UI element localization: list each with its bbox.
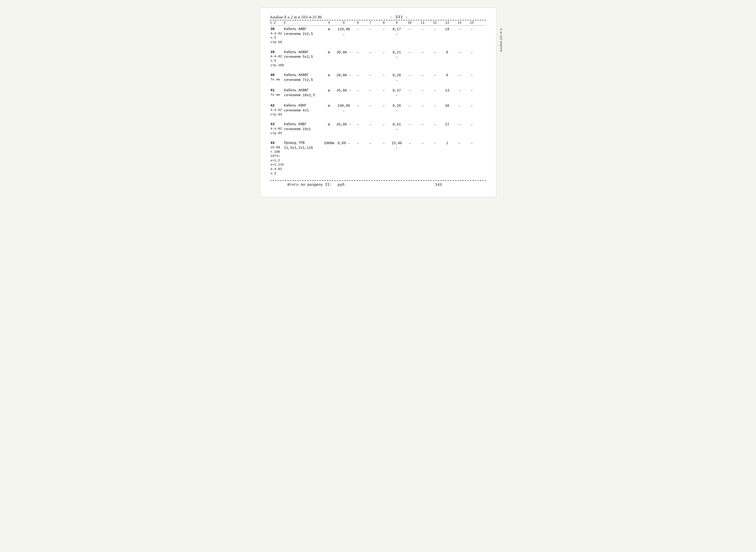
- cell-col5: 240,00 –: [335, 103, 352, 117]
- cell-id-ref: 434-4-82стр.93: [270, 122, 284, 136]
- cell-col15: –: [466, 103, 478, 117]
- cell-col6: –: [352, 122, 363, 136]
- cell-col12: –: [429, 122, 441, 136]
- cell-col7: –: [363, 122, 377, 136]
- col-header-12: 12: [429, 21, 441, 25]
- cell-col8: –: [377, 140, 391, 176]
- cell-col11: –: [417, 88, 429, 98]
- cell-col11: –: [417, 122, 429, 136]
- cell-col11: –: [417, 140, 429, 176]
- total-label: Итого по разделу II:: [288, 183, 332, 187]
- cell-col12: –: [429, 140, 441, 176]
- cell-col6: –: [352, 140, 363, 176]
- cell-col15: –: [466, 140, 478, 176]
- cell-col12: –: [429, 27, 441, 45]
- cell-id-ref: 41То же: [270, 88, 284, 98]
- cell-description: Кабель АКВВГсечением 10х2,5: [284, 88, 323, 98]
- page-number: - 331 -: [390, 15, 408, 19]
- cell-col9: 0,20 –: [391, 103, 403, 117]
- table-row: 40То жеКабель АКВВГсечением 7х2,5м20,00 …: [270, 73, 486, 83]
- cell-col9: 15,40 –: [391, 140, 403, 176]
- col-header-3: 3: [284, 21, 323, 25]
- col-header-15: 15: [466, 21, 478, 25]
- cell-col10: –: [403, 140, 417, 176]
- column-headers: 1 2 3 4 5 6 7 8 9 10 11 12 13 14 15: [270, 21, 486, 26]
- cell-col14: –: [453, 122, 466, 136]
- cell-col12: –: [429, 88, 441, 98]
- cell-col10: –: [403, 88, 417, 98]
- sidebar-label: Альбом (Х) т.п.: [499, 27, 503, 52]
- cell-col13: 6: [441, 50, 453, 68]
- cell-unit: м: [323, 27, 335, 45]
- cell-unit: м: [323, 122, 335, 136]
- total-row: Итого по разделу II: руб. 143: [270, 183, 486, 187]
- cell-col5: 0,09 –: [335, 140, 352, 176]
- col-header-13: 13: [441, 21, 453, 25]
- cell-col15: –: [466, 27, 478, 45]
- main-page: Альбом Х ч.2 т.п 503-4-35 86 - 331 - 1 2…: [260, 7, 496, 197]
- cell-col10: –: [403, 122, 417, 136]
- cell-col12: –: [429, 73, 441, 83]
- cell-col15: –: [466, 88, 478, 98]
- cell-col6: –: [352, 27, 363, 45]
- cell-description: Кабель КВВГсечением 19х1: [284, 122, 323, 136]
- cell-col10: –: [403, 103, 417, 117]
- table-row: 424-4-82стр.93Кабель КВНГсечением 4х1м24…: [270, 103, 486, 117]
- cell-col8: –: [377, 103, 391, 117]
- cell-col11: –: [417, 50, 429, 68]
- cell-col9: 0,28 –: [391, 73, 403, 83]
- col-header-7: 7: [363, 21, 377, 25]
- cell-col14: –: [453, 140, 466, 176]
- cell-description: Кабель КВНГсечением 4х1: [284, 103, 323, 117]
- cell-col14: –: [453, 27, 466, 45]
- cell-col6: –: [352, 50, 363, 68]
- cell-col6: –: [352, 73, 363, 83]
- cell-col5: 45,00 –: [335, 122, 352, 136]
- cell-col8: –: [377, 27, 391, 45]
- cell-description: Провод ТРВ11,5х1,2х1,116: [284, 140, 323, 176]
- cell-col6: –: [352, 103, 363, 117]
- cell-col7: –: [363, 140, 377, 176]
- cell-col8: –: [377, 73, 391, 83]
- col-header-6: 6: [352, 21, 363, 25]
- cell-col5: 20,00 –: [335, 73, 352, 83]
- cell-col9: 0,21 –: [391, 50, 403, 68]
- cell-col8: –: [377, 88, 391, 98]
- cell-unit: м: [323, 88, 335, 98]
- col-header-10: 10: [403, 21, 417, 25]
- cell-col10: –: [403, 27, 417, 45]
- table-row: 434-4-82стр.93Кабель КВВГсечением 19х1м4…: [270, 122, 486, 136]
- cell-col8: –: [377, 122, 391, 136]
- table-body: 384-4-82ч.5стр.59Кабель АВВГсечением 2х2…: [270, 27, 486, 176]
- cell-description: Кабель АКВВГсечением 7х2,5: [284, 73, 323, 83]
- cell-col14: –: [453, 103, 466, 117]
- cell-col9: 0,61 –: [391, 122, 403, 136]
- cell-unit: м: [323, 50, 335, 68]
- cell-id-ref: 394-4-82ч.5стр.109: [270, 50, 284, 68]
- col-header-8: 8: [377, 21, 391, 25]
- table-row: 394-4-82ч.5стр.109Кабель АКВВГсечением 5…: [270, 50, 486, 68]
- cell-col13: 48: [441, 103, 453, 117]
- cell-unit: м: [323, 103, 335, 117]
- cell-unit: м: [323, 73, 335, 83]
- col-header-1-2: 1 2: [270, 21, 284, 25]
- cell-unit: 1000м: [323, 140, 335, 176]
- header-row: Альбом Х ч.2 т.п 503-4-35 86 - 331 -: [270, 15, 486, 19]
- cell-col7: –: [363, 27, 377, 45]
- col-header-4: 4: [323, 21, 335, 25]
- col-header-9: 9: [391, 21, 403, 25]
- cell-col14: –: [453, 50, 466, 68]
- cell-description: Кабель АВВГсечением 2х2,5: [284, 27, 323, 45]
- col-header-11: 11: [417, 21, 429, 25]
- cell-id-ref: 424-4-82стр.93: [270, 103, 284, 117]
- cell-id-ref: 384-4-82ч.5стр.59: [270, 27, 284, 45]
- cell-col5: 35,00 –: [335, 88, 352, 98]
- cell-col12: –: [429, 50, 441, 68]
- cell-col9: 0,17 –: [391, 27, 403, 45]
- cell-col15: –: [466, 73, 478, 83]
- cell-col11: –: [417, 27, 429, 45]
- cell-col5: 110,00 –: [335, 27, 352, 45]
- cell-col11: –: [417, 103, 429, 117]
- cell-col6: –: [352, 88, 363, 98]
- cell-col7: –: [363, 50, 377, 68]
